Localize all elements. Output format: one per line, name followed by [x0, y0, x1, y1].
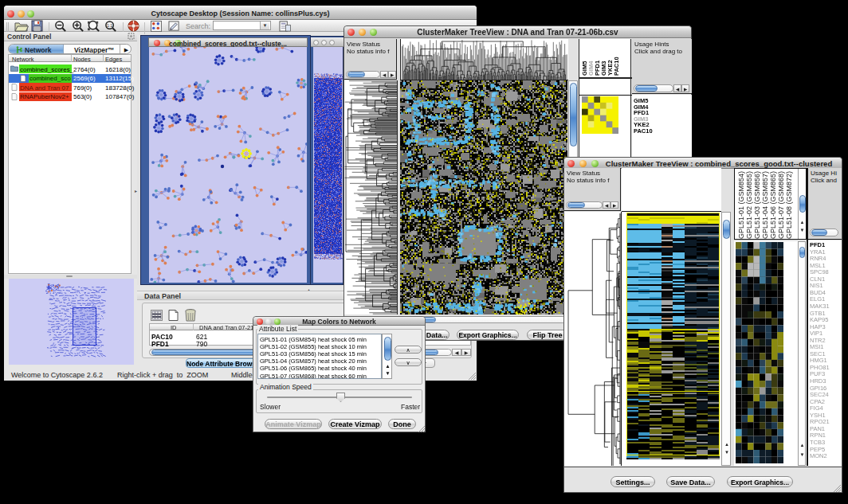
svg-text:1:1: 1:1 — [107, 23, 112, 28]
